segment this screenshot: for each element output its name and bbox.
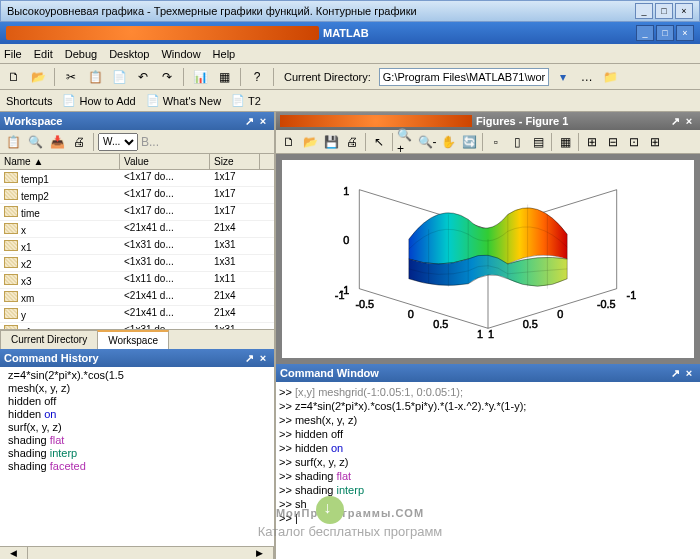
ws-new-icon[interactable]: 📋 [3, 132, 23, 152]
ws-header-value[interactable]: Value [120, 154, 210, 169]
ws-header-size[interactable]: Size [210, 154, 260, 169]
history-line[interactable]: shading flat [2, 434, 272, 447]
history-line[interactable]: z=4*sin(2*pi*x).*cos(1.5 [2, 369, 272, 382]
menu-help[interactable]: Help [213, 48, 236, 60]
current-directory-input[interactable] [379, 68, 549, 86]
menu-file[interactable]: File [4, 48, 22, 60]
tab-current-directory[interactable]: Current Directory [0, 330, 98, 349]
table-row[interactable]: time<1x17 do...1x17 [0, 204, 274, 221]
table-row[interactable]: x<21x41 d...21x4 [0, 221, 274, 238]
history-line[interactable]: shading faceted [2, 460, 272, 473]
table-row[interactable]: x3<1x11 do...1x11 [0, 272, 274, 289]
history-scroll-left-icon[interactable]: ◀ [0, 546, 28, 559]
fig-layout3-icon[interactable]: ⊡ [624, 132, 644, 152]
history-line[interactable]: hidden on [2, 408, 272, 421]
shortcut-t2[interactable]: 📄 T2 [231, 94, 261, 107]
redo-icon[interactable]: ↷ [157, 67, 177, 87]
figures-undock-icon[interactable]: ↗ [668, 114, 682, 128]
fig-zoomin-icon[interactable]: 🔍+ [396, 132, 416, 152]
svg-text:1: 1 [343, 185, 349, 197]
ws-base-icon[interactable]: B... [140, 132, 160, 152]
cmd-close-icon[interactable]: × [682, 366, 696, 380]
fig-save-icon[interactable]: 💾 [321, 132, 341, 152]
matlab-maximize-button[interactable]: □ [656, 25, 674, 41]
fig-rotate-icon[interactable]: 🔄 [459, 132, 479, 152]
browse-dir-icon[interactable]: … [577, 67, 597, 87]
svg-text:-0.5: -0.5 [597, 299, 616, 311]
shortcuts-bar: Shortcuts 📄 How to Add 📄 What's New 📄 T2 [0, 90, 700, 112]
figure-canvas[interactable]: 1 0 -1 -1 -0.5 0 0.5 1 -1 -0.5 0 0.5 [282, 160, 694, 358]
simulink-icon[interactable]: 📊 [190, 67, 210, 87]
fig-colorbar-icon[interactable]: ▯ [507, 132, 527, 152]
dir-dropdown-icon[interactable]: ▾ [553, 67, 573, 87]
figure-toolbar: 🗋 📂 💾 🖨 ↖ 🔍+ 🔍- ✋ 🔄 ▫ ▯ ▤ ▦ ⊞ ⊟ ⊡ ⊞ [276, 130, 700, 154]
fig-pan-icon[interactable]: ✋ [438, 132, 458, 152]
shortcut-whats-new[interactable]: 📄 What's New [146, 94, 221, 107]
close-button[interactable]: × [675, 3, 693, 19]
menu-window[interactable]: Window [161, 48, 200, 60]
ws-plot-select[interactable]: W... [98, 133, 138, 151]
history-line[interactable]: hidden off [2, 395, 272, 408]
table-row[interactable]: x1<1x31 do...1x31 [0, 238, 274, 255]
history-line[interactable]: mesh(x, y, z) [2, 382, 272, 395]
history-line[interactable]: surf(x, y, z) [2, 421, 272, 434]
command-history[interactable]: z=4*sin(2*pi*x).*cos(1.5 mesh(x, y, z) h… [0, 367, 274, 546]
svg-text:0: 0 [557, 308, 563, 320]
history-panel-title: Command History ↗ × [0, 349, 274, 367]
ws-import-icon[interactable]: 📥 [47, 132, 67, 152]
table-row[interactable]: temp1<1x17 do...1x17 [0, 170, 274, 187]
ws-print-icon[interactable]: 🖨 [69, 132, 89, 152]
undo-icon[interactable]: ↶ [133, 67, 153, 87]
menu-edit[interactable]: Edit [34, 48, 53, 60]
up-dir-icon[interactable]: 📁 [601, 67, 621, 87]
matlab-close-button[interactable]: × [676, 25, 694, 41]
fig-layout4-icon[interactable]: ⊞ [645, 132, 665, 152]
guide-icon[interactable]: ▦ [214, 67, 234, 87]
fig-datacursor-icon[interactable]: ▫ [486, 132, 506, 152]
fig-print-icon[interactable]: 🖨 [342, 132, 362, 152]
fig-open-icon[interactable]: 📂 [300, 132, 320, 152]
maximize-button[interactable]: □ [655, 3, 673, 19]
paste-icon[interactable]: 📄 [109, 67, 129, 87]
workspace-close-icon[interactable]: × [256, 114, 270, 128]
history-scroll-right-icon[interactable]: ▶ [246, 546, 274, 559]
cut-icon[interactable]: ✂ [61, 67, 81, 87]
shortcut-how-to-add[interactable]: 📄 How to Add [62, 94, 135, 107]
history-undock-icon[interactable]: ↗ [242, 351, 256, 365]
new-file-icon[interactable]: 🗋 [4, 67, 24, 87]
fig-hide-icon[interactable]: ▦ [555, 132, 575, 152]
tab-workspace[interactable]: Workspace [97, 330, 169, 349]
copy-icon[interactable]: 📋 [85, 67, 105, 87]
table-row[interactable]: y<21x41 d...21x4 [0, 306, 274, 323]
open-file-icon[interactable]: 📂 [28, 67, 48, 87]
table-row[interactable]: x2<1x31 do...1x31 [0, 255, 274, 272]
command-line: >> mesh(x, y, z) [279, 413, 697, 427]
table-row[interactable]: xm<21x41 d...21x4 [0, 289, 274, 306]
svg-text:1: 1 [488, 328, 494, 340]
workspace-undock-icon[interactable]: ↗ [242, 114, 256, 128]
minimize-button[interactable]: _ [635, 3, 653, 19]
figures-close-icon[interactable]: × [682, 114, 696, 128]
ws-header-name[interactable]: Name ▲ [0, 154, 120, 169]
ws-open-icon[interactable]: 🔍 [25, 132, 45, 152]
command-line: >> | [279, 511, 697, 525]
fig-pointer-icon[interactable]: ↖ [369, 132, 389, 152]
cmd-undock-icon[interactable]: ↗ [668, 366, 682, 380]
menu-debug[interactable]: Debug [65, 48, 97, 60]
matlab-minimize-button[interactable]: _ [636, 25, 654, 41]
table-row[interactable]: temp2<1x17 do...1x17 [0, 187, 274, 204]
fig-layout2-icon[interactable]: ⊟ [603, 132, 623, 152]
workspace-table: Name ▲ Value Size temp1<1x17 do...1x17te… [0, 154, 274, 329]
fig-layout1-icon[interactable]: ⊞ [582, 132, 602, 152]
svg-text:-1: -1 [335, 289, 345, 301]
fig-new-icon[interactable]: 🗋 [279, 132, 299, 152]
help-icon[interactable]: ? [247, 67, 267, 87]
fig-legend-icon[interactable]: ▤ [528, 132, 548, 152]
history-close-icon[interactable]: × [256, 351, 270, 365]
fig-zoomout-icon[interactable]: 🔍- [417, 132, 437, 152]
menu-desktop[interactable]: Desktop [109, 48, 149, 60]
history-line[interactable]: shading interp [2, 447, 272, 460]
svg-text:0: 0 [343, 234, 349, 246]
command-window[interactable]: >> [x,y] meshgrid(-1:0.05:1, 0:0.05:1);>… [276, 382, 700, 559]
workspace-panel-title: Workspace ↗ × [0, 112, 274, 130]
